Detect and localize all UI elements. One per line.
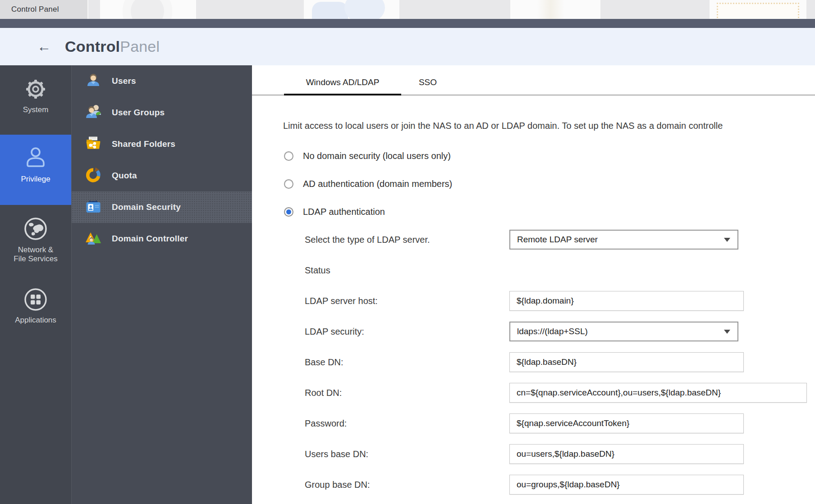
page-description: Limit access to local users or join the … [252,120,815,131]
sidebar-item-label: Network &File Services [14,245,57,263]
status-label: Status [305,265,509,276]
chevron-down-icon [724,238,730,242]
person-icon [23,145,49,171]
sidebar-item-users[interactable]: Users [72,65,252,97]
sidebar-item-label: User Groups [112,108,165,118]
sidebar-item-network-file-services[interactable]: Network &File Services [0,214,71,272]
sidebar-primary: System Privilege [0,65,72,504]
sidebar-item-domain-controller[interactable]: Domain Controller [72,223,252,254]
field-label: Group base DN: [305,480,509,490]
background-app-icon [304,0,399,19]
sidebar-item-label: Quota [112,171,137,181]
group-base-dn-input[interactable] [509,475,744,495]
radio-ad-authentication[interactable]: AD authentication (domain members) [252,170,815,198]
ldap-server-type-dropdown[interactable]: Remote LDAP server [509,230,738,250]
ldap-settings-form: Select the type of LDAP server. Remote L… [252,224,815,500]
page-header: ← ControlPanel [0,28,815,65]
background-gear-icon [100,0,196,19]
field-label: Select the type of LDAP server. [305,235,509,245]
sidebar-secondary: Users User Groups [72,65,252,504]
page-title: ControlPanel [65,38,160,55]
sidebar-item-label: Applications [15,316,56,325]
desktop-top-strip: Control Panel [0,0,815,19]
user-icon [84,71,102,91]
users-base-dn-input[interactable] [509,444,744,464]
sidebar-item-label: System [23,105,49,114]
background-app-icon [710,0,806,19]
sidebar-item-user-groups[interactable]: User Groups [72,97,252,128]
sidebar-item-label: Privilege [21,175,50,184]
main-content: Windows AD/LDAP SSO Limit access to loca… [252,65,815,504]
sidebar-item-system[interactable]: System [0,74,71,128]
field-label: Password: [305,418,509,429]
user-group-icon [84,103,102,123]
root-dn-input[interactable] [509,383,807,403]
field-label: Base DN: [305,357,509,368]
background-app-icon [510,0,600,19]
back-button[interactable]: ← [36,39,52,55]
tab-windows-ad-ldap[interactable]: Windows AD/LDAP [284,65,401,95]
field-label: LDAP server host: [305,296,509,306]
gear-icon [23,77,48,101]
domain-security-options: No domain security (local users only) AD… [252,142,815,226]
badge-icon [84,197,102,217]
quota-donut-icon [84,166,102,186]
field-label: Root DN: [305,388,509,398]
sidebar-item-label: Domain Controller [112,234,188,244]
domain-triangles-icon [84,229,102,249]
globe-icon [23,216,48,241]
app-grid-icon [23,287,48,312]
sidebar-item-domain-security[interactable]: Domain Security [72,191,252,223]
shared-folder-icon [84,134,102,154]
sidebar-item-applications[interactable]: Applications [0,285,71,335]
base-dn-input[interactable] [509,352,744,372]
radio-icon [284,179,293,189]
tab-sso[interactable]: SSO [401,65,454,95]
sidebar-item-label: Users [112,76,136,86]
sidebar-item-quota[interactable]: Quota [72,160,252,191]
sidebar-item-label: Domain Security [112,202,181,212]
control-panel-window: Control Panel ← ControlPanel [0,0,815,504]
chevron-down-icon [724,330,730,334]
back-arrow-icon: ← [37,39,51,54]
sidebar-item-shared-folders[interactable]: Shared Folders [72,128,252,160]
radio-no-domain-security[interactable]: No domain security (local users only) [252,142,815,170]
page-title-bold: Control [65,38,120,55]
radio-icon [284,151,293,161]
field-label: Users base DN: [305,449,509,459]
sidebar-item-label: Shared Folders [112,139,175,149]
window-tab-control-panel[interactable]: Control Panel [0,0,88,19]
ldap-security-dropdown[interactable]: ldaps://(ldap+SSL) [509,322,738,341]
radio-selected-icon [284,207,293,217]
ldap-server-host-input[interactable] [509,291,744,311]
radio-ldap-authentication[interactable]: LDAP authentication [252,198,815,226]
page-title-light: Panel [120,38,160,55]
field-label: LDAP security: [305,327,509,337]
password-input[interactable] [509,413,744,433]
window-tab-label: Control Panel [11,5,59,14]
sidebar-item-privilege[interactable]: Privilege [0,135,71,205]
tab-bar: Windows AD/LDAP SSO [252,65,815,95]
window-top-border [0,19,815,28]
